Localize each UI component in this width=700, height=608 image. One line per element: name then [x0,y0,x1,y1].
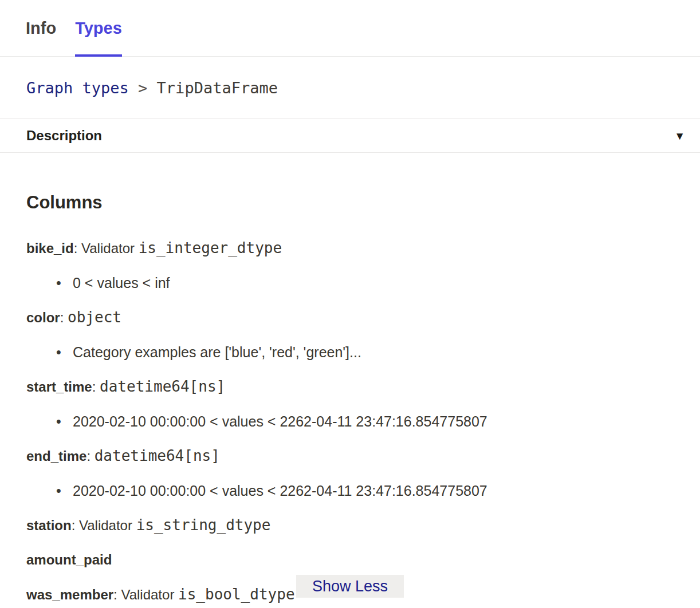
column-line: color: object [26,308,674,327]
breadcrumb-separator: > [129,79,157,97]
column-validator-label: Validator [81,240,139,256]
description-title: Description [26,128,102,144]
breadcrumb-parent-link[interactable]: Graph types [26,79,129,97]
tab-types-label: Types [75,19,122,38]
columns-heading: Columns [26,192,674,214]
column-dtype: is_integer_dtype [139,239,282,256]
column-constraints: 2020-02-10 00:00:00 < values < 2262-04-1… [26,412,674,431]
column-dtype: is_bool_dtype [178,586,295,603]
column-dtype: datetime64[ns] [95,447,220,464]
column-constraints: 2020-02-10 00:00:00 < values < 2262-04-1… [26,481,674,500]
description-accordion-header[interactable]: Description ▼ [0,119,700,153]
constraint-item: 2020-02-10 00:00:00 < values < 2262-04-1… [26,412,674,431]
column-separator: : [86,448,94,464]
breadcrumb-current: TripDataFrame [157,79,278,97]
column-separator: : [92,379,100,394]
column-separator: : [60,310,68,325]
tab-types[interactable]: Types [75,0,122,56]
column-line: bike_id: Validator is_integer_dtype [26,239,674,258]
tab-info[interactable]: Info [26,0,56,56]
column-separator: : [72,518,79,533]
column-line: station: Validator is_string_dtype [26,516,674,535]
column-constraints: Category examples are ['blue', 'red', 'g… [26,343,674,361]
column-entry: start_time: datetime64[ns] 2020-02-10 00… [26,377,674,431]
column-name: was_member [26,587,113,602]
breadcrumb: Graph types > TripDataFrame [0,57,700,119]
show-less-button[interactable]: Show Less [296,575,404,598]
column-name: end_time [26,448,86,464]
column-constraints: 0 < values < inf [26,274,674,292]
constraint-item: Category examples are ['blue', 'red', 'g… [26,343,674,361]
column-entry: color: object Category examples are ['bl… [26,308,674,361]
column-entry: end_time: datetime64[ns] 2020-02-10 00:0… [26,447,674,500]
column-line: amount_paid [26,551,674,569]
type-detail-panel: Info Types Graph types > TripDataFrame D… [0,0,700,608]
column-name: station [26,518,72,533]
column-dtype: is_string_dtype [136,516,271,534]
columns-section: Columns bike_id: Validator is_integer_dt… [0,192,700,604]
column-name: color [26,310,60,325]
column-entry: bike_id: Validator is_integer_dtype 0 < … [26,239,674,292]
column-entry: amount_paid [26,551,674,569]
column-entry: station: Validator is_string_dtype [26,516,674,535]
column-line: end_time: datetime64[ns] [26,447,674,465]
column-dtype: datetime64[ns] [100,378,225,395]
tab-bar: Info Types [0,0,700,57]
columns-list: bike_id: Validator is_integer_dtype 0 < … [26,239,674,604]
column-name: amount_paid [26,552,112,567]
column-line: start_time: datetime64[ns] [26,377,674,396]
tab-info-label: Info [26,19,56,38]
chevron-down-icon: ▼ [674,131,685,141]
column-name: start_time [26,379,92,394]
column-separator: : [74,240,81,256]
column-validator-label: Validator [121,587,178,602]
column-name: bike_id [26,240,74,256]
column-dtype: object [68,309,121,326]
constraint-item: 2020-02-10 00:00:00 < values < 2262-04-1… [26,481,674,500]
constraint-item: 0 < values < inf [26,274,674,292]
column-validator-label: Validator [79,518,136,533]
column-separator: : [113,587,121,602]
